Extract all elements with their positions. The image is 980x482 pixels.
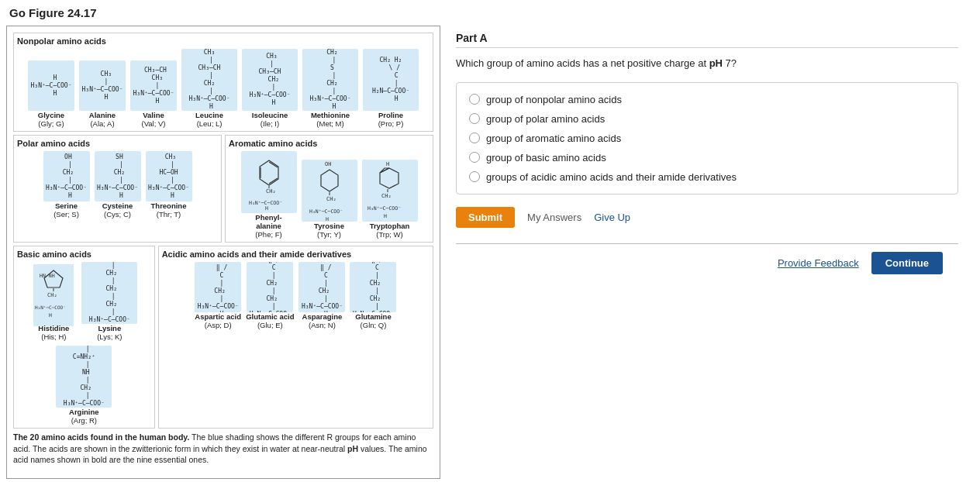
basic-label: Basic amino acids — [17, 250, 151, 259]
glutamic-name: Glutamic acid(Glu; E) — [246, 312, 294, 329]
svg-marker-9 — [321, 170, 338, 191]
option-acidic-label: groups of acidic amino acids and their a… — [486, 171, 737, 183]
asparagine-cell: O NH₂ ‖ / C | CH₂ | H₃N⁺─C─COO⁻ H Aspara… — [298, 262, 345, 329]
option-nonpolar-label: group of nonpolar amino acids — [486, 94, 622, 105]
isoleucine-name: Isoleucine(Ile; I) — [252, 111, 288, 128]
threonine-structure: CH₃ | HC─OH | H₃N⁺─C─COO⁻ H — [146, 151, 192, 201]
tryptophan-structure: H CH₂ H₃N⁺─C─COO⁻ H — [362, 160, 418, 222]
valine-name: Valine(Val; V) — [142, 111, 166, 128]
glutamine-structure: O NH₂ ‖ / C | CH₂ | CH₂ | H₃N⁺─C─COO⁻ H — [350, 262, 396, 312]
option-row-5[interactable]: groups of acidic amino acids and their a… — [469, 171, 945, 183]
radio-acidic[interactable] — [469, 171, 480, 182]
basic-grid: HN NH CH₂ H₃N⁺─C─COO⁻ H Histidine(His; H… — [17, 262, 151, 425]
radio-nonpolar[interactable] — [469, 94, 480, 105]
alanine-structure: CH₃ | H₃N⁺─C─COO⁻ H — [79, 60, 126, 111]
radio-aromatic[interactable] — [469, 133, 480, 143]
option-row-2[interactable]: group of polar amino acids — [469, 113, 945, 125]
isoleucine-cell: CH₃ | CH₃─CH CH₂ | H₃N⁺─C─COO⁻ H Isoleuc… — [242, 49, 298, 128]
svg-text:H₃N⁺─C─COO⁻: H₃N⁺─C─COO⁻ — [35, 305, 66, 310]
part-label: Part A — [456, 32, 958, 48]
continue-button[interactable]: Continue — [871, 252, 943, 274]
acidic-label: Acidic amino acids and their amide deriv… — [162, 250, 430, 259]
cysteine-structure: SH | CH₂ | H₃N⁺─C─COO⁻ H — [95, 151, 141, 201]
aromatic-section: Aromatic amino acids CH₂ H₃N⁺─C─COO⁻ H P… — [225, 135, 433, 243]
glutamine-name: Glutamine(Gln; Q) — [355, 312, 391, 329]
tyrosine-structure: OH CH₂ H₃N⁺─C─COO⁻ H — [302, 160, 357, 222]
tyrosine-name: Tyrosine(Tyr; Y) — [314, 222, 344, 239]
svg-text:OH: OH — [325, 161, 331, 167]
lysine-name: Lysine(Lys; K) — [97, 324, 122, 341]
option-aromatic-label: group of aromatic amino acids — [486, 133, 621, 144]
arginine-structure: NH₂ | C=NH₂⁺ | NH | CH₂ | H₃N⁺─C─COO⁻ H — [56, 346, 112, 408]
svg-text:H: H — [265, 205, 268, 210]
submit-button[interactable]: Submit — [456, 207, 515, 228]
polar-section: Polar amino acids OH | CH₂ | H₃N⁺─C─COO⁻… — [13, 135, 222, 243]
svg-text:H: H — [49, 312, 52, 318]
glutamic-structure: O O⁻ ‖ / C | CH₂ | CH₂ | H₃N⁺─C─COO⁻ H — [247, 262, 293, 312]
svg-text:CH₂: CH₂ — [381, 193, 392, 199]
glycine-cell: H H₃N⁺─C─COO⁻ H Glycine(Gly; G) — [28, 60, 74, 128]
glycine-structure: H H₃N⁺─C─COO⁻ H — [28, 60, 74, 111]
alanine-cell: CH₃ | H₃N⁺─C─COO⁻ H Alanine(Ala; A) — [79, 60, 126, 128]
bottom-sections: Basic amino acids HN NH CH₂ H₃N⁺─C─COO⁻ … — [13, 246, 433, 429]
acidic-section: Acidic amino acids and their amide deriv… — [158, 246, 433, 429]
histidine-structure: HN NH CH₂ H₃N⁺─C─COO⁻ H — [33, 266, 74, 324]
svg-text:H₃N⁺─C─COO⁻: H₃N⁺─C─COO⁻ — [309, 208, 343, 215]
phenylalanine-structure: CH₂ H₃N⁺─C─COO⁻ H — [241, 151, 297, 213]
aspartic-structure: O O⁻ ‖ / C | CH₂ | H₃N⁺─C─COO⁻ H — [195, 262, 241, 312]
lysine-structure: NH₃⁺ | CH₂ | CH₂ | CH₂ | H₃N⁺─C─COO⁻ H — [81, 262, 137, 324]
provide-feedback-link[interactable]: Provide Feedback — [778, 257, 859, 269]
figure-caption: The 20 amino acids found in the human bo… — [13, 432, 433, 466]
phenylalanine-name: Phenyl-alanine(Phe; F) — [255, 213, 281, 239]
radio-basic[interactable] — [469, 152, 480, 163]
svg-text:HN  NH: HN NH — [40, 273, 55, 279]
serine-name: Serine(Ser; S) — [53, 201, 79, 219]
phenylalanine-svg: CH₂ H₃N⁺─C─COO⁻ H — [246, 154, 292, 210]
svg-text:CH₂: CH₂ — [47, 292, 57, 298]
cysteine-name: Cysteine(Cys; C) — [102, 201, 133, 219]
question-text: Which group of amino acids has a net pos… — [456, 56, 958, 71]
aspartic-name: Aspartic acid(Asp; D) — [195, 312, 241, 329]
proline-name: Proline(Pro; P) — [378, 111, 404, 128]
option-row-4[interactable]: group of basic amino acids — [469, 152, 945, 164]
histidine-name: Histidine(His; H) — [38, 324, 69, 341]
svg-text:H: H — [326, 216, 329, 222]
my-answers-link[interactable]: My Answers — [527, 212, 581, 223]
option-row-1[interactable]: group of nonpolar amino acids — [469, 94, 945, 105]
polar-label: Polar amino acids — [17, 139, 218, 148]
svg-text:CH₂: CH₂ — [326, 196, 336, 202]
right-panel: Part A Which group of amino acids has a … — [440, 26, 974, 479]
histidine-cell: HN NH CH₂ H₃N⁺─C─COO⁻ H Histidine(His; H… — [30, 266, 77, 341]
tryptophan-name: Tryptophan(Trp; W) — [370, 222, 410, 239]
middle-sections: Polar amino acids OH | CH₂ | H₃N⁺─C─COO⁻… — [13, 135, 433, 243]
figure-panel: Nonpolar amino acids H H₃N⁺─C─COO⁻ H Gly… — [6, 26, 440, 479]
valine-structure: CH₃─CH CH₃ | H₃N⁺─C─COO⁻ H — [130, 60, 177, 111]
polar-grid: OH | CH₂ | H₃N⁺─C─COO⁻ H Serine(Ser; S) … — [17, 151, 218, 219]
asparagine-name: Asparagine(Asn; N) — [302, 312, 343, 329]
ph-bold: pH — [709, 57, 723, 69]
lysine-cell: NH₃⁺ | CH₂ | CH₂ | CH₂ | H₃N⁺─C─COO⁻ H L… — [81, 262, 137, 341]
histidine-svg: HN NH CH₂ H₃N⁺─C─COO⁻ H — [33, 264, 74, 326]
feedback-row: Provide Feedback Continue — [456, 252, 958, 274]
serine-cell: OH | CH₂ | H₃N⁺─C─COO⁻ H Serine(Ser; S) — [43, 151, 90, 219]
basic-section: Basic amino acids HN NH CH₂ H₃N⁺─C─COO⁻ … — [13, 246, 155, 429]
tyrosine-cell: OH CH₂ H₃N⁺─C─COO⁻ H Tyrosine(Tyr; Y) — [302, 160, 357, 239]
glutamic-cell: O O⁻ ‖ / C | CH₂ | CH₂ | H₃N⁺─C─COO⁻ H G… — [246, 262, 294, 329]
valine-cell: CH₃─CH CH₃ | H₃N⁺─C─COO⁻ H Valine(Val; V… — [130, 60, 177, 128]
arginine-cell: NH₂ | C=NH₂⁺ | NH | CH₂ | H₃N⁺─C─COO⁻ H … — [56, 346, 112, 425]
nonpolar-section: Nonpolar amino acids H H₃N⁺─C─COO⁻ H Gly… — [13, 33, 433, 132]
svg-marker-16 — [380, 168, 389, 173]
radio-polar[interactable] — [469, 113, 480, 124]
asparagine-structure: O NH₂ ‖ / C | CH₂ | H₃N⁺─C─COO⁻ H — [298, 262, 345, 312]
svg-text:H₃N⁺─C─COO⁻: H₃N⁺─C─COO⁻ — [368, 205, 401, 212]
option-row-3[interactable]: group of aromatic amino acids — [469, 133, 945, 144]
proline-cell: CH₂ H₂ \ / C | H₂N─C─COO⁻ H Proline(Pro;… — [363, 49, 419, 128]
threonine-name: Threonine(Thr; T) — [151, 201, 187, 219]
leucine-cell: CH₃ | CH₃─CH | CH₂ | H₃N⁺─C─COO⁻ H Leuci… — [181, 49, 237, 128]
figure-area: Nonpolar amino acids H H₃N⁺─C─COO⁻ H Gly… — [13, 33, 433, 466]
nonpolar-grid: H H₃N⁺─C─COO⁻ H Glycine(Gly; G) CH₃ | H₃… — [17, 49, 430, 128]
caption-bold: The 20 amino acids found in the human bo… — [13, 432, 189, 442]
svg-text:H: H — [384, 213, 387, 219]
give-up-link[interactable]: Give Up — [594, 212, 630, 223]
isoleucine-structure: CH₃ | CH₃─CH CH₂ | H₃N⁺─C─COO⁻ H — [242, 49, 298, 111]
